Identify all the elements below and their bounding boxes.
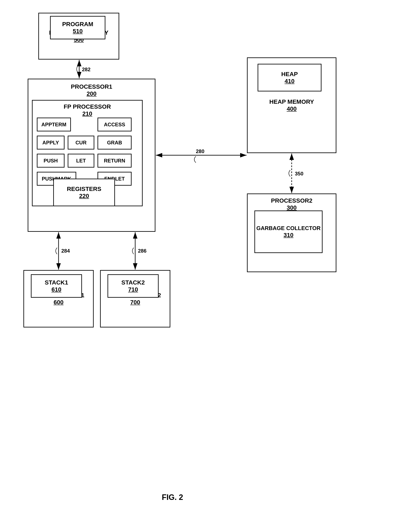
push-box: PUSH — [37, 154, 65, 168]
svg-text:350: 350 — [295, 171, 303, 176]
svg-text:282: 282 — [82, 67, 90, 72]
program-label: PROGRAM — [62, 21, 93, 28]
figure-label: FIG. 2 — [162, 493, 183, 502]
appterm-box: APPTERM — [37, 118, 71, 131]
program-number: 510 — [73, 28, 83, 35]
cur-box: CUR — [68, 136, 94, 149]
registers-number: 220 — [79, 193, 89, 199]
return-box: RETURN — [97, 154, 131, 168]
svg-text:286: 286 — [138, 248, 146, 254]
svg-text:284: 284 — [61, 248, 70, 254]
stack-memory2-number: 700 — [130, 299, 140, 306]
access-box: ACCESS — [97, 118, 131, 131]
stack1-label: STACK1 — [45, 279, 68, 286]
stack-memory1-number: 600 — [54, 299, 64, 306]
heap-number: 410 — [285, 78, 295, 85]
heap-memory-number: 400 — [287, 105, 297, 112]
stack2-label: STACK2 — [121, 279, 145, 286]
stack1-box: STACK1 610 — [31, 274, 82, 298]
apply-box: APPLY — [37, 136, 65, 149]
gc-number: 310 — [283, 232, 294, 238]
registers-box: REGISTERS 220 — [53, 179, 115, 206]
grab-box: GRAB — [97, 136, 131, 149]
registers-label: REGISTERS — [67, 185, 101, 193]
heap-label: HEAP — [281, 70, 298, 78]
gc-box: GARBAGE COLLECTOR 310 — [254, 210, 323, 253]
heap-memory-label: HEAP MEMORY — [269, 98, 314, 105]
processor2-number: 300 — [248, 204, 336, 211]
fp-processor-number: 210 — [33, 110, 142, 117]
stack2-box: STACK2 710 — [108, 274, 159, 298]
stack2-number: 710 — [128, 286, 138, 293]
let-box: LET — [68, 154, 94, 168]
fp-processor-label: FP PROCESSOR — [33, 103, 142, 110]
gc-label: GARBAGE COLLECTOR — [256, 225, 320, 231]
svg-text:280: 280 — [196, 148, 204, 154]
program-box: PROGRAM 510 — [50, 16, 105, 39]
stack1-number: 610 — [51, 286, 62, 293]
processor1-number: 200 — [28, 90, 155, 97]
processor1-label: PROCESSOR1 — [28, 83, 155, 90]
heap-box: HEAP 410 — [258, 64, 321, 91]
processor2-label: PROCESSOR2 — [248, 197, 336, 204]
